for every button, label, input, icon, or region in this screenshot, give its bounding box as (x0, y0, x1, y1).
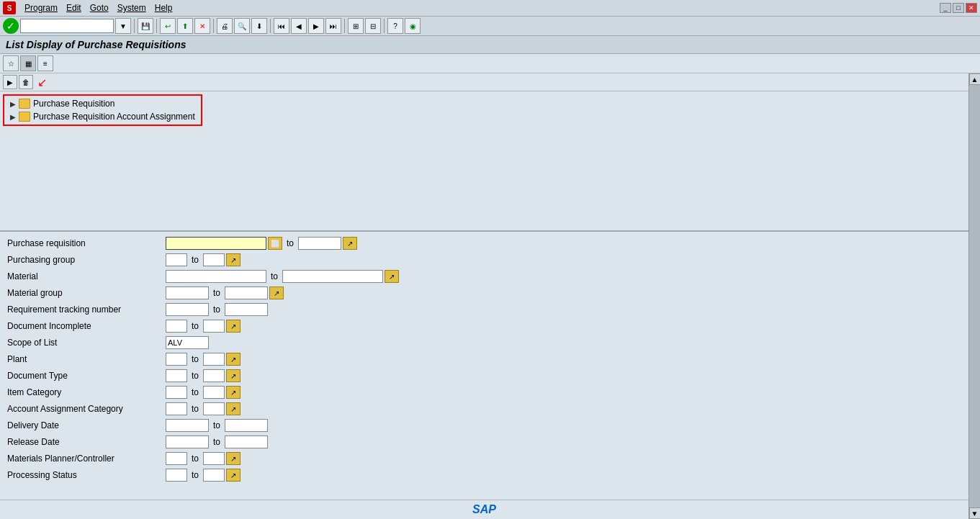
input-req-tracking-to[interactable] (225, 303, 268, 316)
page-title-bar: List Display of Purchase Requisitions (0, 36, 980, 54)
input-delivery-date[interactable] (166, 419, 209, 432)
find-button[interactable]: 🔍 (234, 18, 250, 34)
input-account-assignment[interactable] (166, 402, 187, 415)
lookup-account-assignment[interactable]: ↗ (226, 402, 240, 415)
lookup-purchase-requisition[interactable]: ⬜ (268, 237, 282, 250)
prev-page-button[interactable]: ◀ (291, 18, 307, 34)
to-label-12: to (213, 437, 220, 447)
tree-item-account-assignment[interactable]: ▶ Purchase Requisition Account Assignmen… (7, 110, 198, 123)
find-next-button[interactable]: ⬇ (251, 18, 267, 34)
next-page-button[interactable]: ▶ (308, 18, 324, 34)
lookup-purchasing-group[interactable]: ↗ (226, 253, 240, 266)
content-with-scrollbar: ▶ 🗑 ↙ ▶ Purchase Requisition (0, 73, 980, 519)
input-req-tracking[interactable] (166, 303, 209, 316)
scroll-track[interactable] (969, 85, 980, 507)
page-title: List Display of Purchase Requisitions (6, 39, 186, 50)
cursor-indicator: ↙ (37, 76, 47, 89)
toolbar-separator-2 (156, 19, 157, 33)
input-plant[interactable] (166, 353, 187, 366)
menu-help[interactable]: Help (155, 3, 173, 13)
toolbar-separator-1 (134, 19, 135, 33)
lookup-material[interactable]: ↗ (385, 270, 399, 283)
favorites-button[interactable]: ☆ (3, 55, 19, 71)
table-view-button[interactable]: ▦ (20, 55, 36, 71)
lookup-processing-status[interactable]: ↗ (226, 469, 240, 482)
help-button[interactable]: ? (387, 18, 403, 34)
menu-system[interactable]: System (117, 3, 146, 13)
close-button[interactable]: ✕ (966, 3, 977, 13)
lookup-item-category[interactable]: ↗ (226, 386, 240, 399)
label-purchase-requisition: Purchase requisition (7, 238, 166, 248)
sap-settings-button[interactable]: ◉ (405, 18, 421, 34)
lookup-plant[interactable]: ↗ (226, 353, 240, 366)
input-materials-planner[interactable] (166, 452, 187, 465)
menu-edit[interactable]: Edit (66, 3, 81, 13)
scroll-up-arrow[interactable]: ▲ (969, 73, 981, 85)
layout1-button[interactable]: ⊞ (348, 18, 364, 34)
dropdown-arrow[interactable]: ▼ (115, 18, 131, 34)
form-row-account-assignment: Account Assignment Category to ↗ (7, 402, 961, 416)
label-account-assignment: Account Assignment Category (7, 404, 166, 414)
menu-program[interactable]: Program (24, 3, 58, 13)
input-materials-planner-to[interactable] (203, 452, 225, 465)
cancel-button[interactable]: ✕ (194, 18, 210, 34)
input-item-category[interactable] (166, 386, 187, 399)
input-processing-status[interactable] (166, 469, 187, 482)
minimize-button[interactable]: _ (940, 3, 951, 13)
lookup-doc-incomplete[interactable]: ↗ (226, 320, 240, 333)
toolbar-separator-5 (344, 19, 345, 33)
delete-tree-button[interactable]: 🗑 (19, 75, 33, 89)
input-doc-incomplete[interactable] (166, 320, 187, 333)
save-button[interactable]: 💾 (138, 18, 153, 34)
to-label-3: to (213, 288, 220, 298)
tree-item-purchase-requisition[interactable]: ▶ Purchase Requisition (7, 97, 198, 110)
expand-button[interactable]: ▶ (3, 75, 17, 89)
input-doc-type-to[interactable] (203, 369, 225, 382)
form-row-plant: Plant to ↗ (7, 352, 961, 366)
ok-button[interactable]: ✓ (3, 18, 19, 34)
input-material-group-to[interactable] (225, 286, 268, 299)
input-material[interactable] (166, 270, 266, 283)
input-purchase-requisition[interactable] (166, 237, 266, 250)
menu-goto[interactable]: Goto (90, 3, 109, 13)
command-field[interactable] (20, 19, 114, 33)
lookup-materials-planner[interactable]: ↗ (226, 452, 240, 465)
input-doc-incomplete-to[interactable] (203, 320, 225, 333)
list-view-button[interactable]: ≡ (37, 55, 53, 71)
label-item-category: Item Category (7, 387, 166, 397)
input-purchasing-group[interactable] (166, 253, 187, 266)
form-row-scope-list: Scope of List (7, 335, 961, 350)
input-material-group[interactable] (166, 286, 209, 299)
lookup-doc-type[interactable]: ↗ (226, 369, 240, 382)
restore-button[interactable]: □ (953, 3, 964, 13)
input-delivery-date-to[interactable] (225, 419, 268, 432)
input-doc-type[interactable] (166, 369, 187, 382)
print-button[interactable]: 🖨 (217, 18, 233, 34)
input-purchasing-group-to[interactable] (203, 253, 225, 266)
tree-arrow-1: ▶ (10, 100, 16, 108)
input-account-assignment-to[interactable] (203, 402, 225, 415)
input-release-date-to[interactable] (225, 435, 268, 448)
last-page-button[interactable]: ⏭ (325, 18, 341, 34)
lookup-purchase-requisition-range[interactable]: ↗ (343, 237, 357, 250)
sap-menu-icon[interactable]: S (3, 1, 16, 14)
input-release-date[interactable] (166, 435, 209, 448)
tree-arrow-2: ▶ (10, 113, 16, 121)
input-plant-to[interactable] (203, 353, 225, 366)
input-material-to[interactable] (282, 270, 383, 283)
input-item-category-to[interactable] (203, 386, 225, 399)
back-button[interactable]: ↩ (160, 18, 176, 34)
input-scope-list[interactable] (166, 336, 209, 349)
exit-button[interactable]: ⬆ (177, 18, 193, 34)
main-content: List Display of Purchase Requisitions ☆ … (0, 36, 980, 519)
form-area: Purchase requisition ⬜ to ↗ Purchasing g… (0, 232, 968, 500)
input-purchase-requisition-to[interactable] (298, 237, 341, 250)
scroll-down-arrow[interactable]: ▼ (969, 507, 981, 519)
first-page-button[interactable]: ⏮ (274, 18, 289, 34)
right-scrollbar[interactable]: ▲ ▼ (968, 73, 980, 519)
input-processing-status-to[interactable] (203, 469, 225, 482)
lookup-material-group[interactable]: ↗ (269, 286, 284, 299)
to-label-14: to (192, 470, 199, 480)
form-row-material: Material to ↗ (7, 269, 961, 284)
layout2-button[interactable]: ⊟ (365, 18, 381, 34)
